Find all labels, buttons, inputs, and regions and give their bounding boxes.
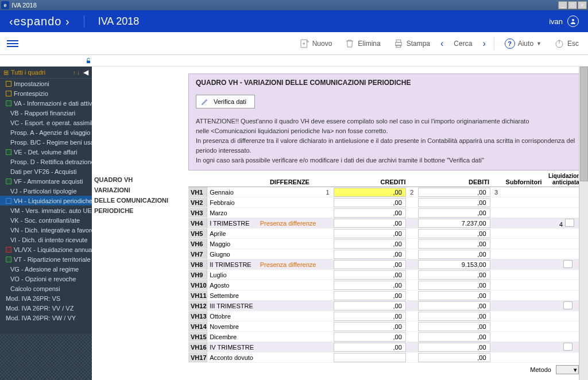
svg-rect-5 [396, 40, 401, 42]
stampa-button[interactable]: Stampa [389, 36, 435, 51]
debiti-input[interactable]: ,00 [418, 301, 490, 311]
menu-button[interactable] [7, 40, 18, 47]
debiti-input[interactable]: ,00 [418, 353, 490, 362]
prev-button[interactable]: ‹ [438, 38, 446, 49]
grid-header-row: DIFFERENZE CREDITI DEBITI Subfornitori L… [188, 173, 583, 187]
cerca-button[interactable]: Cerca [449, 37, 477, 50]
crediti-input[interactable]: ,00 [334, 239, 406, 249]
svg-rect-6 [396, 45, 401, 48]
crediti-input[interactable]: ,00 [334, 260, 406, 269]
debiti-input[interactable]: ,00 [418, 291, 490, 300]
sidebar-item[interactable]: VJ - Particolari tipologie [0, 186, 92, 196]
sidebar-item[interactable]: Prosp. A - Agenzie di viaggio [0, 127, 92, 137]
debiti-input[interactable]: ,00 [418, 322, 490, 331]
sidebar-item[interactable]: VO - Opzioni e revoche [0, 274, 92, 284]
crediti-input[interactable]: ,00 [334, 250, 406, 259]
sidebar-item[interactable]: Mod. IVA 26PR: VV / VZ [0, 303, 92, 313]
window-controls: _ □ × [558, 1, 587, 9]
debiti-input[interactable]: ,00 [418, 281, 490, 290]
sidebar-item[interactable]: VF - Ammontare acquisti [0, 176, 92, 186]
down-arrow-icon[interactable]: ↓ [77, 69, 80, 76]
sidebar-item[interactable]: VH - Liquidazioni periodiche [0, 196, 92, 205]
collapse-icon[interactable]: ◀ [83, 68, 88, 76]
sidebar-item[interactable]: Mod. IVA 26PR: VS [0, 293, 92, 303]
row-month: Agosto [207, 282, 258, 289]
crediti-input[interactable]: ,00 [334, 301, 406, 311]
sidebar-item[interactable]: Dati per VF26 - Acquisti [0, 166, 92, 176]
svg-rect-9 [87, 60, 90, 63]
crediti-input[interactable]: ,00 [334, 270, 406, 280]
debiti-input[interactable]: ,00 [418, 188, 490, 197]
debiti-input[interactable]: ,00 [418, 229, 490, 238]
col-subfornitori: Subfornitori [499, 179, 548, 185]
crediti-input[interactable]: ,00 [334, 281, 406, 290]
sidebar-item[interactable]: Prosp. D - Rettifica detrazione [0, 157, 92, 166]
sidebar-item[interactable]: VK - Soc. controllanti/ate [0, 215, 92, 225]
crediti-input[interactable]: ,00 [334, 322, 406, 331]
crediti-input[interactable]: ,00 [334, 343, 406, 352]
debiti-input[interactable]: ,00 [418, 343, 490, 352]
crediti-input[interactable]: ,00 [334, 198, 406, 207]
crediti-input[interactable]: ,00 [334, 312, 406, 321]
maximize-button[interactable]: □ [568, 1, 577, 9]
debiti-input[interactable]: ,00 [418, 270, 490, 280]
crediti-input[interactable]: ,00 [334, 291, 406, 300]
sidebar-item-label: VL/VX - Liquidazione annuale [14, 246, 92, 253]
lock-icon[interactable] [85, 57, 92, 64]
verifica-dati-button[interactable]: Verifica dati [196, 95, 255, 108]
debiti-input[interactable]: ,00 [418, 208, 490, 218]
minimize-button[interactable]: _ [558, 1, 567, 9]
crediti-input[interactable]: ,00 [334, 229, 406, 238]
debiti-input[interactable]: ,00 [418, 332, 490, 342]
nuovo-button[interactable]: Nuovo [295, 36, 337, 51]
liquidazione-checkbox[interactable] [565, 219, 574, 227]
sidebar-item[interactable]: Calcolo compensi [0, 284, 92, 293]
sidebar-item[interactable]: VE - Det. volume affari [0, 147, 92, 157]
next-button[interactable]: › [480, 38, 488, 49]
debiti-input[interactable]: ,00 [418, 250, 490, 259]
liquidazione-checkbox[interactable] [563, 260, 572, 268]
sidebar-item[interactable]: Impostazioni [0, 79, 92, 88]
crediti-input[interactable]: ,00 [334, 219, 406, 228]
grid-row: VH17Acconto dovuto,00 [188, 352, 583, 363]
sidebar-item-label: VM - Vers. immatric. auto UE [10, 207, 92, 214]
sidebar-item[interactable]: VM - Vers. immatric. auto UE [0, 205, 92, 215]
debiti-input[interactable]: 9.153,00 [418, 260, 490, 269]
sidebar-item[interactable]: Frontespizio [0, 88, 92, 98]
sidebar-item[interactable]: VG - Adesione al regime [0, 264, 92, 274]
sidebar-item-label: VF - Ammontare acquisti [14, 178, 83, 185]
vertical-scrollbar[interactable] [579, 67, 588, 380]
debiti-input[interactable]: ,00 [418, 312, 490, 321]
sidebar-item[interactable]: VT - Ripartizione territoriale [0, 254, 92, 264]
liquidazione-checkbox[interactable] [563, 343, 572, 351]
up-arrow-icon[interactable]: ↑ [73, 69, 76, 76]
sidebar-item[interactable]: Prosp. B/C - Regime beni usati [0, 137, 92, 147]
debiti-input[interactable]: ,00 [418, 239, 490, 249]
scroll-thumb[interactable] [580, 67, 588, 181]
crediti-input[interactable] [334, 353, 406, 362]
grid-row: VH7Giugno,00,00 [188, 249, 583, 259]
sidebar-item[interactable]: VC - Esport. e operat. assimilati [0, 118, 92, 127]
sidebar-item[interactable]: VN - Dich. integrative a favore [0, 225, 92, 235]
debiti-input[interactable]: ,00 [418, 198, 490, 207]
sidebar-item[interactable]: VB - Rapporti finanziari [0, 108, 92, 118]
user-area[interactable]: ivan [549, 15, 579, 27]
liquidazione-checkbox[interactable] [563, 301, 572, 309]
sidebar-item-label: VO - Opzioni e revoche [10, 276, 76, 282]
row-month: IV TRIMESTRE [207, 344, 258, 351]
sidebar-item[interactable]: VA - Informazioni e dati attività [0, 98, 92, 108]
sidebar-header[interactable]: ⊞ Tutti i quadri ↑ ↓ ◀ [0, 67, 92, 79]
metodo-select[interactable]: ▾ [556, 365, 579, 374]
row-code: VH11 [188, 290, 207, 300]
crediti-input[interactable]: ,00 [334, 208, 406, 218]
sidebar-item[interactable]: VL/VX - Liquidazione annuale [0, 245, 92, 254]
aiuto-button[interactable]: ? Aiuto ▼ [500, 36, 546, 51]
crediti-input[interactable]: ,00 [334, 188, 406, 197]
sidebar-item[interactable]: VI - Dich. di intento ricevute [0, 235, 92, 245]
close-button[interactable]: × [578, 1, 587, 9]
crediti-input[interactable]: ,00 [334, 332, 406, 342]
esc-button[interactable]: Esc [550, 36, 583, 51]
debiti-input[interactable]: 7.237,00 [418, 219, 490, 228]
sidebar-item[interactable]: Mod. IVA 26PR: VW / VY [0, 313, 92, 323]
elimina-button[interactable]: Elimina [340, 36, 385, 51]
